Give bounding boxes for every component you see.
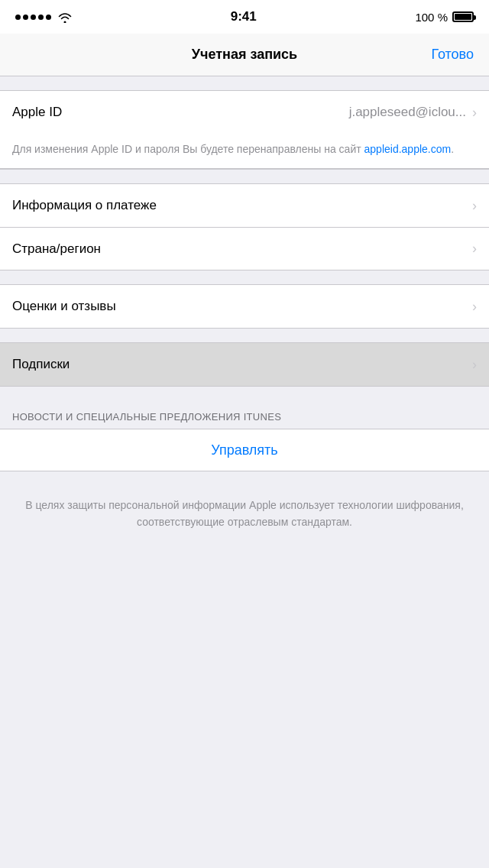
status-bar: 9:41 100 %	[0, 0, 489, 34]
battery-icon-container	[452, 11, 474, 22]
signal-dot-3	[31, 15, 36, 20]
payment-country-group: Информация о платеже › Страна/регион ›	[0, 183, 489, 270]
appleid-link[interactable]: appleid.apple.com	[364, 143, 452, 155]
apple-id-chevron-icon: ›	[472, 105, 477, 121]
wifi-icon	[58, 11, 72, 22]
footer-block: В целях защиты персональной информации A…	[0, 485, 489, 542]
status-time: 9:41	[231, 9, 257, 24]
done-button[interactable]: Готово	[431, 47, 474, 63]
section-gap-6	[0, 471, 489, 485]
subscriptions-group: Подписки ›	[0, 342, 489, 387]
signal-dots	[15, 15, 51, 20]
ratings-reviews-chevron-icon: ›	[472, 299, 477, 315]
footer-text: В целях защиты персональной информации A…	[18, 497, 471, 530]
ratings-reviews-label: Оценки и отзывы	[12, 299, 472, 314]
apple-id-value: j.appleseed@iclou...	[349, 105, 466, 120]
battery-percent: 100 %	[415, 11, 448, 24]
signal-dot-2	[23, 15, 28, 20]
nav-bar: Учетная запись Готово	[0, 34, 489, 76]
manage-cell[interactable]: Управлять	[0, 429, 489, 471]
country-region-chevron-icon: ›	[472, 241, 477, 257]
subscriptions-chevron-icon: ›	[472, 357, 477, 373]
apple-id-info-block: Для изменения Apple ID и пароля Вы будет…	[0, 134, 489, 169]
battery-icon	[452, 11, 474, 22]
section-gap-5	[0, 387, 489, 400]
apple-id-group: Apple ID j.appleseed@iclou... › Для изме…	[0, 90, 489, 170]
section-gap-2	[0, 170, 489, 183]
status-left	[15, 11, 72, 22]
news-section-header: НОВОСТИ И СПЕЦИАЛЬНЫЕ ПРЕДЛОЖЕНИЯ iTunes	[0, 400, 489, 429]
signal-dot-1	[15, 15, 21, 20]
nav-title: Учетная запись	[192, 47, 297, 63]
subscriptions-label: Подписки	[12, 357, 472, 372]
section-gap-1	[0, 76, 489, 90]
payment-info-label: Информация о платеже	[12, 198, 472, 213]
apple-id-cell[interactable]: Apple ID j.appleseed@iclou... ›	[0, 91, 489, 134]
country-region-label: Страна/регион	[12, 241, 472, 257]
ratings-reviews-cell[interactable]: Оценки и отзывы ›	[0, 285, 489, 328]
apple-id-label: Apple ID	[12, 105, 349, 120]
battery-fill	[455, 14, 471, 20]
signal-dot-5	[46, 15, 51, 20]
country-region-cell[interactable]: Страна/регион ›	[0, 227, 489, 270]
apple-id-info-text: Для изменения Apple ID и пароля Вы будет…	[12, 143, 454, 155]
status-right: 100 %	[415, 11, 474, 24]
ratings-group: Оценки и отзывы ›	[0, 284, 489, 329]
section-gap-3	[0, 270, 489, 284]
payment-info-cell[interactable]: Информация о платеже ›	[0, 184, 489, 227]
subscriptions-cell[interactable]: Подписки ›	[0, 343, 489, 386]
signal-dot-4	[38, 15, 44, 20]
manage-button[interactable]: Управлять	[211, 442, 277, 458]
payment-info-chevron-icon: ›	[472, 198, 477, 214]
section-gap-4	[0, 329, 489, 342]
